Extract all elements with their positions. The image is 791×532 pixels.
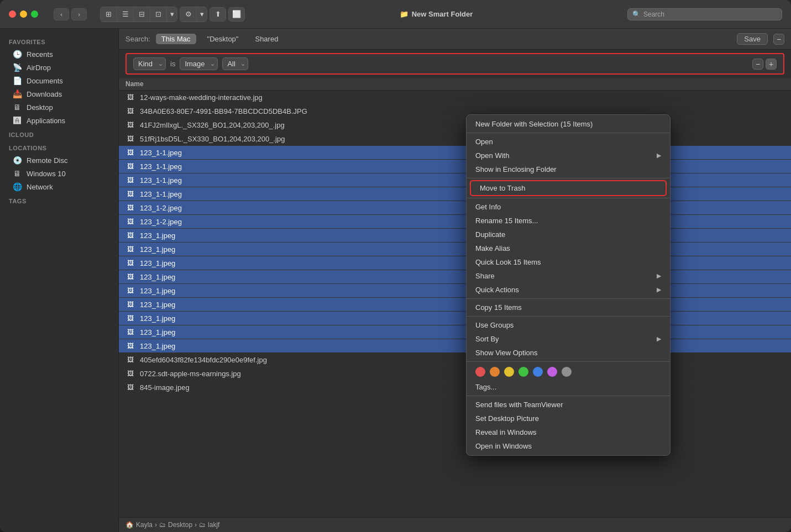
file-row[interactable]: 🖼 123_1-1.jpeg [119, 187, 791, 201]
ctx-teamviewer[interactable]: Send files with TeamViewer [467, 398, 670, 412]
blue-tag-button[interactable] [533, 367, 543, 377]
ctx-show-enclosing[interactable]: Show in Enclosing Folder [467, 162, 670, 176]
file-icon: 🖼 [125, 299, 135, 309]
file-row[interactable]: 🖼 123_1.jpeg [119, 339, 791, 353]
green-tag-button[interactable] [518, 367, 528, 377]
sidebar-item-applications[interactable]: 🅰 Applications [3, 114, 115, 127]
ctx-quick-actions[interactable]: Quick Actions ▶ [467, 283, 670, 297]
sidebar-item-remote-disc[interactable]: 💿 Remote Disc [3, 154, 115, 167]
ctx-move-to-trash[interactable]: Move to Trash [471, 181, 666, 195]
file-row[interactable]: 🖼 0722.sdt-apple-ms-earnings.jpg [119, 367, 791, 381]
search-this-mac-button[interactable]: This Mac [156, 34, 196, 44]
gear-dropdown-button[interactable]: ▾ [197, 7, 207, 22]
file-row[interactable]: 🖼 123_1.jpeg [119, 284, 791, 298]
ctx-open-windows[interactable]: Open in Windows [467, 439, 670, 453]
ctx-item-label: Reveal in Windows [475, 428, 537, 436]
ctx-sort-by[interactable]: Sort By ▶ [467, 332, 670, 346]
orange-tag-button[interactable] [490, 367, 500, 377]
file-row[interactable]: 🖼 123_1-2.jpeg [119, 215, 791, 229]
ctx-new-folder-with-selection[interactable]: New Folder with Selection (15 Items) [467, 117, 670, 131]
file-icon: 🖼 [125, 244, 135, 254]
ctx-tags-menu[interactable]: Tags... [467, 380, 670, 394]
file-icon: 🖼 [125, 313, 135, 323]
sidebar-item-network[interactable]: 🌐 Network [3, 180, 115, 193]
ctx-get-info[interactable]: Get Info [467, 200, 670, 214]
file-icon: 🖼 [125, 258, 135, 268]
file-row[interactable]: 🖼 123_1-1.jpeg [119, 160, 791, 173]
traffic-lights [9, 10, 38, 18]
ctx-open-with[interactable]: Open With ▶ [467, 149, 670, 162]
file-icon: 🖼 [125, 161, 135, 171]
ctx-item-label: Share [475, 272, 495, 280]
ctx-rename[interactable]: Rename 15 Items... [467, 214, 670, 228]
all-select[interactable]: All [222, 57, 248, 70]
sidebar-item-windows10[interactable]: 🖥 Windows 10 [3, 167, 115, 180]
file-row[interactable]: 🖼 123_1-1.jpeg [119, 173, 791, 187]
file-row[interactable]: 🖼 123_1.jpeg [119, 243, 791, 256]
finder-window: ‹ › ⊞ ☰ ⊟ ⊡ ▾ ⚙ ▾ ⬆ ⬜ 📁 New Smart Folder… [0, 0, 791, 532]
file-row[interactable]: 🖼 405efd6043f82fe134bfdc290e0e9fef.jpg [119, 353, 791, 367]
back-button[interactable]: ‹ [54, 8, 69, 20]
file-row[interactable]: 🖼 41FJ2mIlxgL._SX326_BO1,204,203,200_.jp… [119, 118, 791, 132]
file-icon: 🖼 [125, 286, 135, 296]
file-row[interactable]: 🖼 34BA0E63-80E7-4991-BB94-7BBCDCD5DB4B.J… [119, 104, 791, 118]
list-view-button[interactable]: ☰ [117, 7, 134, 22]
ctx-use-groups[interactable]: Use Groups [467, 318, 670, 332]
view-dropdown-button[interactable]: ▾ [167, 7, 177, 22]
sidebar-item-label: Recents [27, 50, 53, 59]
file-row[interactable]: 🖼 123_1.jpeg [119, 270, 791, 284]
file-name: 123_1-2.jpeg [140, 204, 784, 212]
yellow-tag-button[interactable] [504, 367, 514, 377]
gear-button[interactable]: ⚙ [180, 7, 197, 22]
search-desktop-button[interactable]: "Desktop" [202, 34, 244, 44]
filter-plus-button[interactable]: + [766, 59, 777, 70]
close-button[interactable] [9, 10, 16, 18]
file-row[interactable]: 🖼 123_1.jpeg [119, 229, 791, 243]
fullscreen-button[interactable] [31, 10, 38, 18]
minimize-button[interactable] [20, 10, 27, 18]
sidebar-item-desktop[interactable]: 🖥 Desktop [3, 101, 115, 114]
image-select[interactable]: Image [180, 57, 218, 70]
ctx-copy-items[interactable]: Copy 15 Items [467, 301, 670, 314]
column-view-button[interactable]: ⊟ [134, 7, 150, 22]
gallery-view-button[interactable]: ⊡ [150, 7, 167, 22]
file-row[interactable]: 🖼 51fRj1bsD5L._SX330_BO1,204,203,200_.jp… [119, 132, 791, 146]
sidebar-item-downloads[interactable]: 📥 Downloads [3, 87, 115, 101]
file-row[interactable]: 🖼 123_1-1.jpeg [119, 146, 791, 160]
ctx-set-desktop[interactable]: Set Desktop Picture [467, 412, 670, 425]
filter-minus-button[interactable]: − [752, 59, 763, 70]
file-row[interactable]: 🖼 123_1.jpeg [119, 325, 791, 339]
ctx-share[interactable]: Share ▶ [467, 269, 670, 283]
sidebar-item-recents[interactable]: 🕒 Recents [3, 48, 115, 61]
file-row[interactable]: 🖼 123_1.jpeg [119, 298, 791, 312]
file-row[interactable]: 🖼 845-image.jpeg [119, 381, 791, 394]
save-button[interactable]: Save [737, 33, 768, 45]
ctx-reveal-windows[interactable]: Reveal in Windows [467, 425, 670, 439]
search-minus-button[interactable]: − [773, 34, 784, 45]
red-tag-button[interactable] [475, 367, 485, 377]
ctx-make-alias[interactable]: Make Alias [467, 241, 670, 255]
share-button[interactable]: ⬆ [209, 7, 226, 22]
file-row[interactable]: 🖼 123_1.jpeg [119, 312, 791, 325]
forward-button[interactable]: › [71, 8, 87, 20]
file-row[interactable]: 🖼 123_1-2.jpeg [119, 201, 791, 215]
file-name: 405efd6043f82fe134bfdc290e0e9fef.jpg [140, 356, 784, 364]
file-row[interactable]: 🖼 12-ways-make-wedding-interactive.jpg [119, 91, 791, 104]
icon-view-button[interactable]: ⊞ [101, 7, 117, 22]
ctx-show-view-options[interactable]: Show View Options [467, 346, 670, 360]
file-row[interactable]: 🖼 123_1.jpeg [119, 256, 791, 270]
ctx-quick-look[interactable]: Quick Look 15 Items [467, 255, 670, 269]
gray-tag-button[interactable] [562, 367, 572, 377]
sidebar-item-airdrop[interactable]: 📡 AirDrop [3, 61, 115, 74]
search-shared-button[interactable]: Shared [249, 34, 284, 44]
file-icon: 🖼 [125, 327, 135, 337]
file-name: 123_1-1.jpeg [140, 162, 784, 171]
ctx-open[interactable]: Open [467, 135, 670, 149]
sidebar-item-documents[interactable]: 📄 Documents [3, 74, 115, 87]
tag-button[interactable]: ⬜ [228, 7, 245, 22]
kind-select[interactable]: Kind [133, 57, 166, 70]
search-bar[interactable]: 🔍 Search [627, 8, 782, 20]
view-mode-group: ⊞ ☰ ⊟ ⊡ ▾ [100, 7, 177, 22]
ctx-duplicate[interactable]: Duplicate [467, 228, 670, 241]
purple-tag-button[interactable] [547, 367, 557, 377]
